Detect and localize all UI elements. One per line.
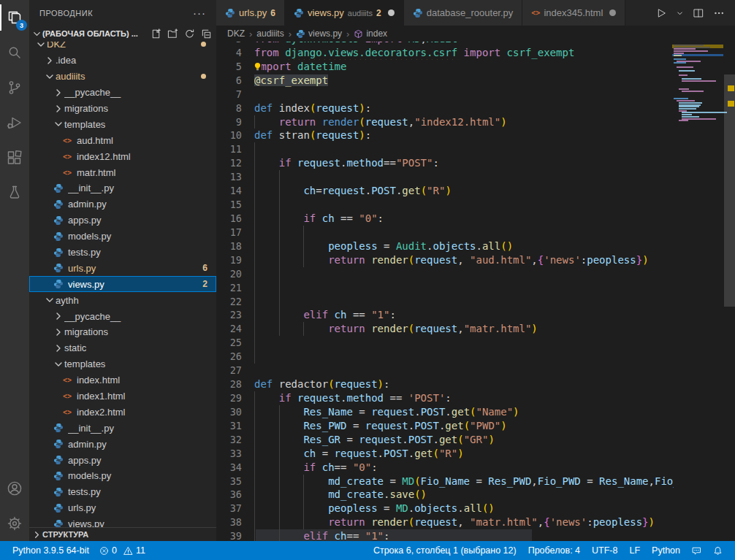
breadcrumb-item-index[interactable]: index — [354, 28, 387, 39]
tree-item-aud.html[interactable]: <>aud.html — [29, 132, 216, 148]
line-content: return render(request,"index12.html") — [254, 115, 674, 129]
tab-urls.py[interactable]: urls.py6 — [216, 0, 285, 26]
tab-database_roouter.py[interactable]: database_roouter.py — [404, 0, 523, 26]
tab-index345.html[interactable]: <>index345.html — [522, 0, 625, 26]
tree-item-tests.py[interactable]: tests.py — [29, 484, 216, 500]
tree-item-.idea[interactable]: .idea — [29, 53, 216, 69]
indent-guide — [279, 267, 280, 281]
token — [254, 157, 279, 169]
workspace-section-header[interactable]: (РАБОЧАЯ ОБЛАСТЬ) ... — [29, 26, 216, 42]
token: == — [335, 212, 359, 224]
token: peopless — [593, 516, 642, 528]
tree-item-models.py[interactable]: models.py — [29, 229, 216, 245]
token: def — [254, 129, 279, 141]
outline-section-header[interactable]: СТРУКТУРА — [29, 527, 216, 541]
dirty-indicator-dot — [609, 9, 616, 16]
tree-item-views.py[interactable]: views.py2 — [29, 276, 216, 292]
tree-item-aythh[interactable]: aythh — [29, 292, 216, 308]
tree-item-__pycache__[interactable]: __pycache__ — [29, 85, 216, 101]
tab-views.py[interactable]: views.pyaudiiits2 — [285, 0, 404, 26]
html-icon-glyph: <> — [63, 169, 72, 177]
status-right: Строка 6, столбец 1 (выбрано 12)Пробелов… — [368, 545, 728, 556]
tree-item-tests.py[interactable]: tests.py — [29, 245, 216, 261]
line-number: 26 — [216, 350, 254, 364]
explorer-view-button[interactable]: 3 — [0, 0, 29, 35]
token: Audit — [396, 240, 427, 252]
token: POST — [371, 185, 396, 196]
settings-button[interactable] — [0, 506, 29, 541]
minimap-line — [674, 108, 723, 110]
tree-item-templates[interactable]: templates — [29, 116, 216, 132]
testing-view-button[interactable] — [0, 175, 29, 210]
line-content: elif ch== "1": — [254, 529, 674, 541]
tree-item-urls.py[interactable]: urls.py6 — [29, 260, 216, 276]
minimap[interactable] — [674, 42, 723, 541]
status-строка6столбец1выбрано12[interactable]: Строка 6, столбец 1 (выбрано 12) — [368, 545, 522, 556]
minimap-bar — [674, 55, 682, 56]
tree-item-urls.py[interactable]: urls.py — [29, 500, 216, 516]
status-utf-8[interactable]: UTF-8 — [587, 545, 622, 556]
tree-item-apps.py[interactable]: apps.py — [29, 452, 216, 468]
python-icon — [296, 29, 305, 39]
line-number: 15 — [216, 198, 254, 212]
token: () — [482, 502, 495, 514]
search-view-button[interactable] — [0, 35, 29, 70]
tree-item-admin.py[interactable]: admin.py — [29, 436, 216, 452]
new-file-icon[interactable] — [151, 28, 161, 39]
lightbulb-icon[interactable] — [254, 61, 262, 72]
token: import — [457, 47, 506, 58]
tree-item-audiiits[interactable]: audiiits — [29, 69, 216, 85]
run-dropdown-icon[interactable] — [676, 7, 684, 19]
refresh-icon[interactable] — [184, 28, 195, 39]
tree-item-index2.html[interactable]: <>index2.html — [29, 404, 216, 420]
python-interpreter-status[interactable]: Python 3.9.5 64-bit — [7, 545, 94, 556]
status-lf[interactable]: LF — [624, 545, 645, 556]
tree-item-migrations[interactable]: migrations — [29, 324, 216, 340]
line-number: 6 — [216, 74, 254, 88]
status-пробелов4[interactable]: Пробелов: 4 — [523, 545, 585, 556]
code-line-32: 32 Res_GR = request.POST.get("GR") — [216, 433, 674, 447]
tree-item-index12.html[interactable]: <>index12.html — [29, 148, 216, 164]
tree-item-views.py[interactable]: views.py — [29, 516, 216, 527]
minimap-line — [674, 78, 723, 80]
minimap-line — [674, 80, 723, 82]
tree-item-admin.py[interactable]: admin.py — [29, 196, 216, 212]
tree-item-__init__.py[interactable]: __init__.py — [29, 180, 216, 196]
tree-item-matr.html[interactable]: <>matr.html — [29, 164, 216, 180]
tree-item-apps.py[interactable]: apps.py — [29, 212, 216, 229]
editor-scrollbar[interactable] — [724, 74, 735, 307]
problems-status[interactable]: 011 — [94, 545, 151, 556]
breadcrumb-item-views.py[interactable]: views.py — [296, 28, 342, 39]
account-button[interactable] — [0, 471, 29, 506]
tree-item-static[interactable]: static — [29, 340, 216, 356]
tree-item-__pycache__[interactable]: __pycache__ — [29, 308, 216, 324]
tree-item-index1.html[interactable]: <>index1.html — [29, 388, 216, 404]
indent-guide — [254, 267, 255, 281]
extensions-view-button[interactable] — [0, 140, 29, 175]
split-editor-icon[interactable] — [693, 7, 704, 19]
run-debug-view-button[interactable] — [0, 105, 29, 140]
tree-item-migrations[interactable]: migrations — [29, 101, 216, 117]
collapse-all-icon[interactable] — [201, 28, 212, 39]
bell-button[interactable] — [708, 546, 728, 556]
more-actions-icon[interactable] — [713, 7, 725, 19]
html-icon-glyph: <> — [63, 392, 72, 400]
breadcrumb-item-audiiits[interactable]: audiiits — [256, 28, 283, 39]
token: , — [457, 254, 470, 266]
status-python[interactable]: Python — [647, 545, 685, 556]
tree-item-models.py[interactable]: models.py — [29, 468, 216, 484]
minimap-line — [674, 55, 723, 56]
tree-item-templates[interactable]: templates — [29, 356, 216, 372]
token: ( — [328, 378, 334, 390]
source-control-view-button[interactable] — [0, 70, 29, 105]
tree-item-__init__.py[interactable]: __init__.py — [29, 420, 216, 436]
breadcrumb-item-DKZ[interactable]: DKZ — [227, 28, 245, 39]
new-folder-icon[interactable] — [167, 28, 178, 39]
tree-item-index.html[interactable]: <>index.html — [29, 372, 216, 388]
token — [254, 212, 303, 224]
code-line-33: 33 ch = request.POST.get("R") — [216, 447, 674, 461]
code-editor[interactable]: 3from aythh.models import MD,Audit4from … — [216, 42, 735, 541]
views-and-more-actions-button[interactable]: ··· — [193, 7, 206, 19]
run-icon[interactable] — [655, 7, 667, 19]
feedback-button[interactable] — [687, 546, 707, 556]
